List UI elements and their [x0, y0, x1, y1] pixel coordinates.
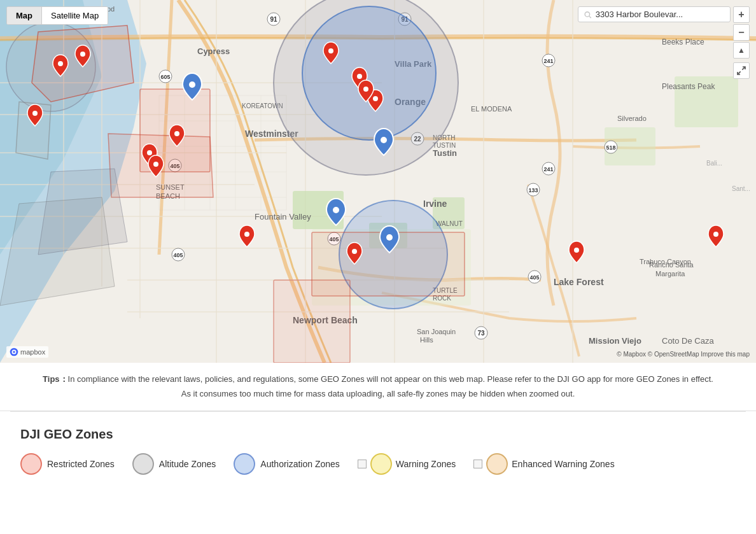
svg-point-106 [328, 48, 333, 53]
altitude-label: Altitude Zones [159, 459, 216, 469]
svg-point-118 [713, 232, 718, 237]
mapbox-logo: mapbox [6, 346, 48, 358]
legend-title: DJI GEO Zones [20, 427, 736, 442]
svg-point-121 [386, 234, 393, 241]
svg-text:Hills: Hills [420, 336, 433, 344]
svg-text:405: 405 [173, 252, 183, 258]
svg-point-123 [585, 11, 589, 16]
svg-text:Mission Viejo: Mission Viejo [589, 336, 641, 346]
svg-text:241: 241 [543, 58, 553, 64]
svg-text:Fountain Valley: Fountain Valley [255, 212, 311, 221]
authorization-label: Authorization Zones [260, 459, 340, 469]
enhanced-warning-zone-icon [486, 453, 508, 475]
map-attribution: © Mapbox © OpenStreetMap Improve this ma… [617, 351, 750, 358]
svg-text:Silverado: Silverado [617, 115, 647, 122]
map-background: Cypress Villa Park Orange Westminster Tu… [0, 0, 756, 363]
tips-label: Tips： [43, 374, 68, 384]
search-input[interactable] [596, 10, 725, 19]
tips-line2: As it consumes too much time for mass da… [181, 389, 575, 398]
svg-text:San Joaquin: San Joaquin [417, 328, 456, 335]
svg-text:605: 605 [160, 74, 170, 80]
fullscreen-button[interactable] [733, 62, 750, 79]
zoom-out-button[interactable]: − [733, 24, 750, 41]
svg-text:Sant...: Sant... [732, 185, 750, 192]
svg-point-120 [333, 207, 339, 213]
svg-text:133: 133 [528, 187, 538, 193]
restricted-label: Restricted Zones [47, 459, 115, 469]
svg-point-108 [373, 96, 378, 101]
restricted-zone-icon [20, 453, 42, 475]
altitude-zone-icon [132, 453, 154, 475]
legend-section: DJI GEO Zones Restricted Zones Altitude … [0, 412, 756, 493]
enhanced-warning-checkbox[interactable] [473, 460, 482, 468]
svg-line-124 [589, 16, 591, 18]
svg-point-129 [13, 351, 15, 353]
warning-zone-icon [370, 453, 392, 475]
svg-text:73: 73 [477, 330, 485, 337]
svg-point-117 [574, 248, 579, 253]
improve-map-link[interactable]: Improve this map [701, 351, 750, 358]
svg-text:Trabuco Canyon: Trabuco Canyon [640, 258, 691, 265]
attribution-text: © Mapbox © OpenStreetMap [617, 351, 699, 358]
authorization-zone-icon [234, 453, 255, 475]
mapbox-icon [10, 348, 18, 356]
svg-text:405: 405 [529, 274, 539, 281]
svg-point-105 [58, 61, 63, 66]
svg-point-104 [80, 52, 85, 57]
legend-item-enhanced-warning: Enhanced Warning Zones [473, 453, 614, 475]
svg-text:Beeks Place: Beeks Place [662, 38, 704, 46]
svg-point-107 [357, 74, 362, 79]
legend-item-altitude: Altitude Zones [132, 453, 216, 475]
svg-point-110 [174, 131, 179, 136]
svg-point-94 [302, 6, 436, 140]
legend-item-restricted: Restricted Zones [20, 453, 115, 475]
svg-text:Irvine: Irvine [423, 199, 447, 209]
svg-point-115 [352, 249, 357, 254]
map-controls: + − ▲ [733, 6, 750, 79]
search-icon [584, 10, 592, 19]
map-type-buttons: Map Satellite Map [6, 6, 108, 25]
svg-text:Margarita: Margarita [655, 270, 685, 278]
svg-marker-102 [0, 197, 115, 306]
legend-item-warning: Warning Zones [358, 453, 456, 475]
svg-text:241: 241 [543, 166, 553, 172]
legend-items: Restricted Zones Altitude Zones Authoriz… [20, 453, 736, 475]
compass-button[interactable]: ▲ [733, 42, 750, 59]
tips-line1: In compliance with the relevant laws, po… [68, 374, 713, 384]
warning-label: Warning Zones [396, 459, 456, 469]
satellite-button[interactable]: Satellite Map [42, 7, 108, 24]
svg-text:Tustin: Tustin [433, 148, 457, 158]
svg-point-113 [153, 162, 158, 167]
svg-point-109 [363, 87, 368, 92]
svg-text:91: 91 [270, 16, 277, 23]
svg-point-114 [244, 232, 249, 237]
enhanced-warning-label: Enhanced Warning Zones [512, 459, 614, 469]
svg-point-112 [147, 150, 152, 155]
warning-checkbox[interactable] [358, 460, 367, 468]
legend-item-authorization: Authorization Zones [234, 453, 340, 475]
svg-text:518: 518 [606, 144, 615, 151]
search-box [578, 6, 731, 22]
svg-text:Pleasants Peak: Pleasants Peak [662, 82, 715, 91]
svg-point-122 [381, 137, 387, 143]
tips-section: Tips：In compliance with the relevant law… [0, 363, 756, 411]
map-container[interactable]: Cypress Villa Park Orange Westminster Tu… [0, 0, 756, 363]
svg-text:Bali...: Bali... [706, 160, 722, 167]
zoom-in-button[interactable]: + [733, 6, 750, 23]
svg-point-111 [32, 111, 38, 116]
svg-text:Coto De Caza: Coto De Caza [662, 336, 714, 346]
svg-text:Cypress: Cypress [197, 46, 230, 56]
map-button[interactable]: Map [7, 7, 42, 24]
svg-rect-103 [274, 280, 350, 363]
svg-text:Lake Forest: Lake Forest [554, 277, 604, 287]
mapbox-text: mapbox [20, 348, 45, 356]
svg-point-119 [189, 81, 195, 88]
svg-text:EL MODENA: EL MODENA [471, 105, 512, 113]
